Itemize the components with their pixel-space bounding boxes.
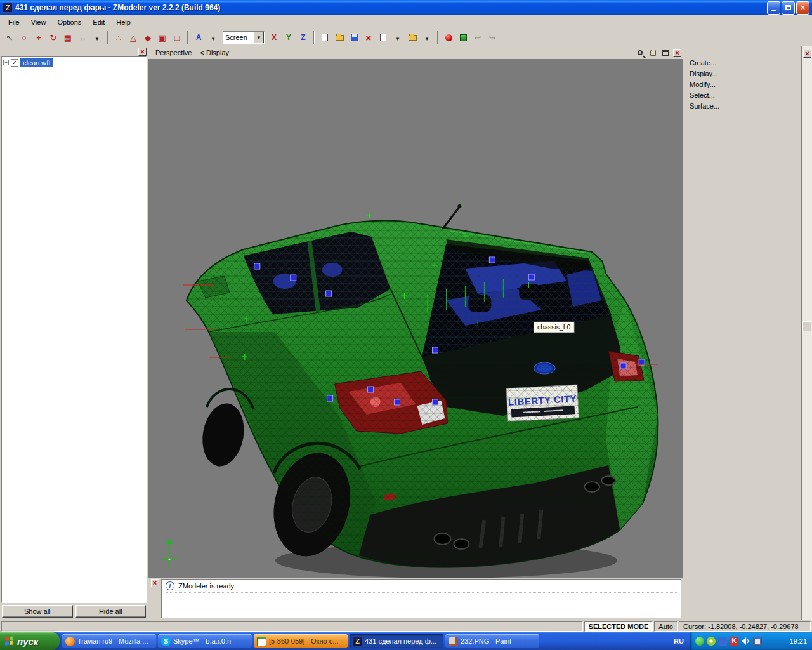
vertices-mode-icon[interactable]	[112, 30, 126, 44]
export-dropdown-icon[interactable]	[391, 30, 405, 44]
app-tray-icon[interactable]	[718, 637, 727, 646]
right-scrollbar[interactable]: ×	[801, 46, 812, 620]
network-tray-icon[interactable]	[753, 637, 762, 646]
package-icon[interactable]	[456, 30, 470, 44]
minimize-button[interactable]	[767, 1, 780, 15]
save-file-icon[interactable]	[347, 30, 361, 44]
command-select[interactable]: Select...	[690, 91, 801, 102]
uv-mode-icon[interactable]	[170, 30, 184, 44]
task-zmodeler[interactable]: 431 сделал перед ф...	[350, 634, 443, 648]
document-icon	[257, 637, 266, 646]
scene-tree-panel: × + ✓ clean.wft Show all Hide all	[0, 46, 148, 620]
zoom-icon[interactable]	[635, 48, 645, 58]
task-firefox[interactable]: Travian ru9 - Mozilla ...	[62, 634, 156, 648]
task-window-attention[interactable]: [5-860-059] - Окно с...	[254, 634, 348, 648]
antivirus-tray-icon[interactable]	[730, 637, 738, 646]
space-select-value: Screen	[223, 34, 254, 41]
scrollbar-thumb[interactable]	[802, 321, 811, 331]
messenger-tray-icon[interactable]	[695, 637, 704, 646]
start-label: пуск	[17, 636, 38, 647]
selection-mode-indicator: SELECTED MODE	[584, 621, 653, 632]
log-message: ZModeler is ready.	[178, 582, 235, 590]
qip-tray-icon[interactable]	[707, 637, 716, 646]
undo-icon[interactable]	[471, 30, 485, 44]
export-icon[interactable]	[405, 30, 419, 44]
perspective-tab[interactable]: Perspective	[150, 48, 197, 58]
start-button[interactable]: пуск	[0, 632, 60, 650]
task-paint[interactable]: 232.PNG - Paint	[445, 634, 539, 648]
show-all-button[interactable]: Show all	[2, 605, 73, 618]
attach-dropdown-icon[interactable]	[206, 30, 220, 44]
export2-dropdown-icon[interactable]	[420, 30, 434, 44]
render-icon[interactable]	[442, 30, 455, 44]
tree-expander-icon[interactable]: +	[3, 60, 9, 65]
maximize-viewport-icon[interactable]	[660, 48, 671, 58]
axis-x-toggle[interactable]: X	[267, 30, 281, 44]
message-log[interactable]: i ZModeler is ready.	[161, 579, 681, 618]
clock: 19:21	[789, 637, 807, 645]
rotate-tool-icon[interactable]	[46, 30, 60, 44]
import-icon[interactable]	[376, 30, 390, 44]
axis-gizmo	[162, 539, 177, 567]
edges-mode-icon[interactable]	[126, 30, 140, 44]
scale-tool-icon[interactable]	[61, 30, 75, 44]
maximize-button[interactable]	[782, 1, 795, 15]
log-entry: i ZModeler is ready.	[166, 581, 677, 593]
command-surface[interactable]: Surface...	[690, 102, 801, 113]
menu-edit[interactable]: Edit	[87, 17, 110, 28]
command-modify[interactable]: Modify...	[690, 81, 801, 91]
zmodeler-window: Z 431 сделал перед фары - ZModeler ver 2…	[0, 0, 812, 650]
zmodeler-icon	[353, 637, 362, 646]
tool-dropdown-icon[interactable]	[90, 30, 104, 44]
space-select[interactable]: Screen ▼	[223, 31, 265, 44]
chevron-down-icon[interactable]: ▼	[254, 32, 264, 43]
tree-item-label[interactable]: clean.wft	[20, 58, 53, 67]
toolbar-separator	[437, 31, 438, 44]
firefox-icon	[65, 637, 75, 646]
delete-icon[interactable]	[362, 30, 376, 44]
viewport-canvas[interactable]: LIBERTY CITY	[148, 59, 683, 578]
viewport-close-icon[interactable]: ×	[673, 49, 681, 57]
menu-options[interactable]: Options	[51, 17, 87, 28]
message-log-panel: × i ZModeler is ready.	[148, 578, 683, 620]
new-file-icon[interactable]	[318, 30, 332, 44]
title-bar: Z 431 сделал перед фары - ZModeler ver 2…	[0, 0, 812, 15]
menu-file[interactable]: File	[3, 17, 25, 28]
panel-close-icon[interactable]: ×	[138, 48, 147, 56]
redo-icon[interactable]	[485, 30, 499, 44]
volume-icon[interactable]	[741, 637, 750, 646]
attach-button[interactable]: A	[192, 30, 206, 44]
menu-view[interactable]: View	[25, 17, 52, 28]
objects-mode-icon[interactable]	[155, 30, 169, 44]
axis-y-toggle[interactable]: Y	[282, 30, 296, 44]
command-create[interactable]: Create...	[690, 59, 801, 70]
car-model: LIBERTY CITY	[187, 204, 658, 567]
pan-hand-icon[interactable]	[648, 48, 658, 58]
command-panel-close-icon[interactable]: ×	[803, 50, 811, 58]
status-spacer	[1, 621, 583, 632]
faces-mode-icon[interactable]	[141, 30, 155, 44]
move-tool-icon[interactable]	[32, 30, 46, 44]
menu-bar: File View Options Edit Help	[0, 15, 812, 29]
command-display[interactable]: Display...	[690, 70, 801, 81]
open-file-icon[interactable]	[332, 30, 346, 44]
tree-row[interactable]: + ✓ clean.wft	[2, 57, 146, 68]
scene-tree[interactable]: + ✓ clean.wft	[1, 56, 147, 603]
mirror-tool-icon[interactable]	[75, 30, 89, 44]
log-close-icon[interactable]: ×	[151, 579, 159, 587]
language-indicator[interactable]: RU	[667, 632, 690, 650]
display-menu[interactable]: < Display	[200, 49, 229, 56]
auto-indicator[interactable]: Auto	[654, 621, 678, 632]
windows-logo-icon	[5, 636, 14, 646]
task-skype[interactable]: Skype™ - b.a.r.0.n	[158, 634, 252, 648]
hide-all-button[interactable]: Hide all	[75, 605, 147, 618]
select-arrow-icon[interactable]	[3, 30, 16, 44]
toolbar-separator	[187, 31, 188, 44]
visibility-checkbox[interactable]: ✓	[11, 59, 18, 67]
maximize-icon	[785, 5, 791, 10]
menu-help[interactable]: Help	[110, 17, 136, 28]
main-toolbar: A Screen ▼ X Y Z	[0, 29, 812, 46]
close-button[interactable]: ×	[796, 1, 809, 15]
axis-z-toggle[interactable]: Z	[296, 30, 310, 44]
lasso-select-icon[interactable]	[17, 30, 31, 44]
